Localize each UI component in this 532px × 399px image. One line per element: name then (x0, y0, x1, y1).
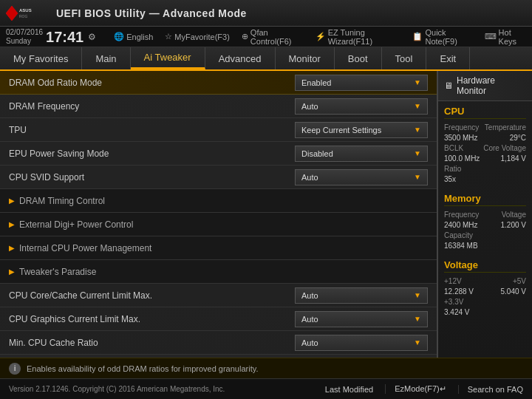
bios-row-dram-timing[interactable]: ▶ DRAM Timing Control (0, 189, 437, 213)
tab-advanced[interactable]: Advanced (205, 47, 276, 69)
bios-row-cpu-gfx-limit: CPU Graphics Current Limit Max. Auto ▼ (0, 307, 437, 331)
keyboard-icon: ⌨ (485, 32, 497, 41)
cpu-gfx-limit-dropdown[interactable]: Auto ▼ (295, 311, 428, 327)
chevron-down-icon: ▼ (414, 102, 421, 110)
chevron-down-icon: ▼ (414, 149, 421, 157)
chevron-right-icon: ▶ (9, 267, 15, 276)
svg-text:ROG: ROG (19, 14, 28, 18)
hw-cpu-title: CPU (444, 106, 526, 119)
chevron-down-icon: ▼ (414, 291, 421, 299)
toolbar-qfan[interactable]: ⊕ Qfan Control(F6) (242, 28, 304, 46)
hw-cpu-freq-row: Frequency Temperature (444, 123, 526, 132)
page-title: UEFI BIOS Utility — Advanced Mode (56, 7, 247, 19)
hw-mem-freq-value: 2400 MHz (444, 221, 478, 229)
last-modified-button[interactable]: Last Modified (325, 385, 373, 394)
toolbar-hotkeys[interactable]: ⌨ Hot Keys (485, 28, 526, 46)
hw-12v-row: +12V +5V (444, 277, 526, 285)
toolbar-quicknote[interactable]: 📋 Quick Note(F9) (412, 28, 472, 46)
hw-mem-freq-row: Frequency Voltage (444, 211, 526, 219)
hw-cpu-section: CPU Frequency Temperature 3500 MHz 29°C … (438, 101, 532, 188)
star-icon: ☆ (165, 32, 172, 41)
hw-cpu-temp-label: Temperature (485, 123, 526, 132)
hw-33v-value: 3.424 V (444, 308, 526, 316)
tab-ai-tweaker[interactable]: Ai Tweaker (131, 47, 205, 69)
bios-row-min-cpu-cache: Min. CPU Cache Ratio Auto ▼ (0, 331, 437, 355)
hw-33v-label: +3.3V (444, 298, 463, 306)
cpu-svid-dropdown[interactable]: Auto ▼ (295, 169, 428, 185)
monitor-icon: 🖥 (444, 81, 453, 91)
svg-marker-0 (6, 6, 18, 21)
bios-settings-panel: DRAM Odd Ratio Mode Enabled ▼ DRAM Frequ… (0, 71, 437, 358)
hw-core-volt-label: Core Voltage (483, 144, 526, 152)
tab-monitor[interactable]: Monitor (276, 47, 335, 69)
hw-memory-section: Memory Frequency Voltage 2400 MHz 1.200 … (438, 188, 532, 255)
wizard-icon: ⚡ (316, 32, 326, 41)
tab-tool[interactable]: Tool (382, 47, 427, 69)
hw-cpu-temp-value: 29°C (510, 134, 526, 142)
search-faq-button[interactable]: Search on FAQ (458, 385, 523, 394)
chevron-down-icon: ▼ (414, 126, 421, 134)
chevron-right-icon: ▶ (9, 244, 15, 252)
bios-row-tweakers[interactable]: ▶ Tweaker's Paradise (0, 260, 437, 284)
toolbar: 02/07/2016 Sunday 17:41 ⚙ 🌐 English ☆ My… (0, 27, 532, 47)
dram-freq-label: DRAM Frequency (9, 101, 295, 112)
hw-mem-freq-val-row: 2400 MHz 1.200 V (444, 221, 526, 229)
hw-bclk-value: 100.0 MHz (444, 154, 480, 163)
logo: ASUS ROG (6, 3, 50, 24)
bios-row-cpu-svid: CPU SVID Support Auto ▼ (0, 166, 437, 189)
cpu-svid-label: CPU SVID Support (9, 172, 295, 183)
hw-core-volt-value: 1,184 V (501, 154, 526, 163)
hw-cpu-freq-val-row: 3500 MHz 29°C (444, 134, 526, 142)
bios-row-int-cpu[interactable]: ▶ Internal CPU Power Management (0, 236, 437, 260)
ext-digi-label: External Digi+ Power Control (19, 219, 428, 230)
chevron-down-icon: ▼ (414, 173, 421, 181)
cpu-core-limit-dropdown[interactable]: Auto ▼ (295, 287, 428, 304)
settings-icon[interactable]: ⚙ (88, 32, 96, 42)
tab-my-favorites[interactable]: My Favorites (0, 47, 82, 69)
hw-cpu-freq-label: Frequency (444, 123, 479, 132)
tpu-dropdown[interactable]: Keep Current Settings ▼ (295, 122, 428, 138)
hw-monitor-header: 🖥 Hardware Monitor (438, 71, 532, 101)
epu-dropdown[interactable]: Disabled ▼ (295, 146, 428, 162)
chevron-down-icon: ▼ (414, 315, 421, 323)
hw-mem-volt-label: Voltage (502, 211, 526, 219)
hw-voltage-section: Voltage +12V +5V 12.288 V 5.040 V +3.3V … (438, 255, 532, 321)
tab-boot[interactable]: Boot (335, 47, 382, 69)
chevron-down-icon: ▼ (414, 338, 421, 347)
nav-tabs: My Favorites Main Ai Tweaker Advanced Mo… (0, 47, 532, 71)
hw-mem-freq-label: Frequency (444, 211, 479, 219)
hw-mem-cap-row: Capacity (444, 231, 526, 239)
dram-freq-dropdown[interactable]: Auto ▼ (295, 98, 428, 115)
dram-odd-dropdown[interactable]: Enabled ▼ (295, 75, 428, 91)
bios-row-ext-digi[interactable]: ▶ External Digi+ Power Control (0, 213, 437, 236)
min-cpu-cache-label: Min. CPU Cache Ratio (9, 338, 295, 348)
toolbar-eztuning[interactable]: ⚡ EZ Tuning Wizard(F11) (316, 28, 401, 46)
cpu-core-limit-label: CPU Core/Cache Current Limit Max. (9, 290, 295, 301)
tab-exit[interactable]: Exit (426, 47, 470, 69)
tpu-label: TPU (9, 125, 295, 135)
hardware-monitor-panel: 🖥 Hardware Monitor CPU Frequency Tempera… (437, 71, 532, 358)
fan-icon: ⊕ (242, 32, 248, 41)
dram-timing-label: DRAM Timing Control (19, 196, 428, 206)
note-icon: 📋 (412, 32, 423, 41)
ezmode-button[interactable]: EzMode(F7)↵ (385, 384, 446, 394)
hw-12v-val-row: 12.288 V 5.040 V (444, 287, 526, 296)
bios-row-dram-freq: DRAM Frequency Auto ▼ (0, 95, 437, 118)
copyright-text: Version 2.17.1246. Copyright (C) 2016 Am… (9, 385, 225, 393)
toolbar-language[interactable]: 🌐 English (114, 32, 153, 41)
epu-label: EPU Power Saving Mode (9, 149, 295, 159)
tab-main[interactable]: Main (82, 47, 130, 69)
dram-odd-label: DRAM Odd Ratio Mode (9, 78, 295, 88)
bios-row-epu: EPU Power Saving Mode Disabled ▼ (0, 142, 437, 166)
toolbar-myfavorite[interactable]: ☆ MyFavorite(F3) (165, 32, 230, 41)
hw-mem-volt-value: 1.200 V (501, 221, 526, 229)
bottom-buttons: Last Modified EzMode(F7)↵ Search on FAQ (325, 384, 523, 394)
bios-row-dram-odd: DRAM Odd Ratio Mode Enabled ▼ (0, 71, 437, 95)
hw-5v-value: 5.040 V (501, 287, 526, 296)
info-bar: i Enables availability of odd DRAM ratio… (0, 358, 532, 378)
min-cpu-cache-dropdown[interactable]: Auto ▼ (295, 335, 428, 351)
svg-text:ASUS: ASUS (19, 8, 32, 13)
chevron-right-icon: ▶ (9, 220, 15, 228)
hw-33v-row: +3.3V (444, 298, 526, 306)
info-icon: i (9, 363, 21, 375)
